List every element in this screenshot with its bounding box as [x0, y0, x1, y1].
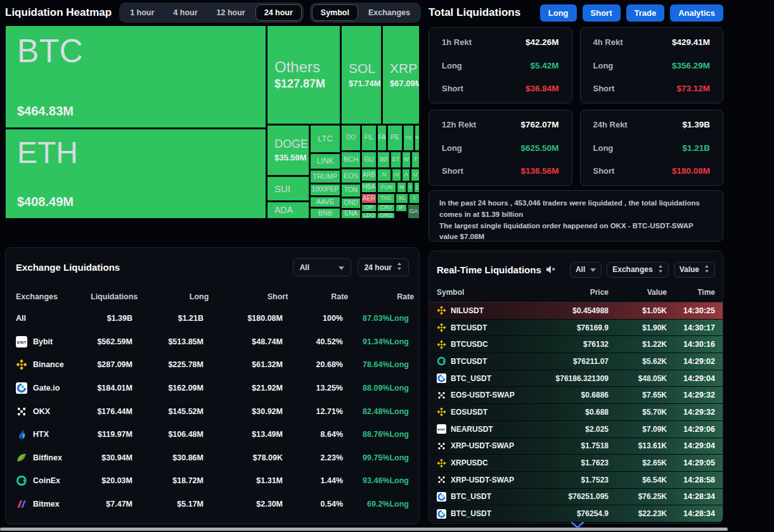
treemap-tile-1[interactable]: 1 [414, 182, 420, 193]
realtime-symbol: BTC_USDT [451, 492, 491, 501]
treemap-tile-t[interactable]: T [411, 152, 420, 168]
treemap-tile-ena[interactable]: ENA [341, 209, 361, 219]
treemap-tile-arb[interactable]: ARB [361, 169, 377, 181]
realtime-scope-value: All [576, 265, 585, 274]
treemap-tile-hba[interactable]: HBA [361, 182, 377, 193]
treemap-tile-ldo[interactable]: LDO [361, 212, 377, 219]
treemap-tile-sui[interactable]: SUI [267, 176, 309, 201]
treemap-tile-op[interactable]: OP [361, 204, 377, 212]
sort-arrows-icon [658, 265, 663, 275]
treemap-tile-1000pep[interactable]: 1000PEP [310, 184, 340, 196]
card-row-label: Long [442, 143, 462, 153]
treemap-tile-bch[interactable]: BCH [341, 152, 361, 168]
long-rate-cell: 93.46%Long [343, 476, 409, 485]
treemap-tile-n[interactable]: N [377, 169, 391, 181]
treemap-tile-link[interactable]: LINK [310, 153, 340, 169]
time-tab-1-hour[interactable]: 1 hour [121, 4, 163, 21]
exchange-period-select[interactable]: 24 hour [358, 258, 409, 276]
sound-muted-icon[interactable] [546, 265, 556, 274]
realtime-row-btc-usdt-4: BTC_USDT$76186.321309$48.05K14:29:04 [429, 370, 723, 387]
treemap-tile-fun[interactable]: FUN [377, 182, 396, 193]
treemap-tile-do[interactable]: DO [341, 125, 361, 151]
realtime-table-header: SymbolPriceValueTime [429, 283, 723, 302]
realtime-value-cell: $7.65K [609, 391, 667, 399]
treemap-tile-wi[interactable]: WI [377, 152, 390, 168]
realtime-time-cell: 14:29:32 [667, 408, 715, 417]
mode-tab-exchanges[interactable]: Exchanges [359, 4, 419, 21]
short-button[interactable]: Short [583, 4, 621, 22]
treemap-tile-aer[interactable]: AER [361, 193, 377, 204]
tile-label: 1 [415, 185, 418, 190]
treemap-tile-crv[interactable]: CRV [377, 204, 395, 212]
realtime-time-cell: 14:30:16 [667, 340, 715, 349]
exchange-col-short-3: Short [209, 292, 288, 301]
treemap-tile-ton[interactable]: TON [341, 184, 361, 197]
treemap-tile-ai[interactable]: AI [392, 169, 401, 181]
treemap-tile-xrp[interactable]: XRP$67.09M [382, 25, 420, 124]
trade-button[interactable]: Trade [626, 4, 665, 22]
treemap-tile-ltc[interactable]: LTC [310, 125, 340, 153]
treemap-tile-m[interactable]: M [397, 182, 406, 193]
mode-tab-symbol[interactable]: Symbol [312, 4, 358, 21]
heatmap-header: Liquidation Heatmap 1 hour4 hour12 hour2… [5, 3, 421, 23]
treemap-tile-eos[interactable]: EOS [341, 169, 361, 183]
treemap-tile-if[interactable]: IF [396, 204, 407, 212]
treemap-tile-ond[interactable]: OND [341, 198, 361, 209]
treemap-tile-bnb[interactable]: BNB [310, 208, 340, 219]
card-row-label: Short [442, 166, 463, 176]
horizontal-scrollbar[interactable] [0, 528, 728, 531]
tile-label: DOGE [274, 138, 309, 150]
time-tab-24-hour[interactable]: 24 hour [255, 4, 302, 21]
expand-chevron-icon[interactable] [571, 519, 584, 526]
rekt-card-1h-rekt: 1h Rekt$42.26MLong$5.42MShort$36.84M [429, 27, 572, 103]
tile-label: BCH [344, 156, 358, 164]
time-tab-12-hour[interactable]: 12 hour [208, 4, 254, 21]
treemap-tile-fil[interactable]: FIL [361, 125, 377, 151]
realtime-time-cell: 14:28:34 [667, 509, 715, 518]
long-cell: $18.72M [132, 476, 203, 485]
treemap-tile-trump[interactable]: TRUMP [310, 170, 340, 183]
long-button[interactable]: Long [540, 4, 577, 22]
treemap-tile-i[interactable]: I [409, 193, 420, 204]
tile-label: OND [344, 200, 358, 207]
treemap-tile-gu[interactable]: GU [361, 152, 377, 168]
treemap-tile-et[interactable]: ET [390, 152, 401, 168]
treemap-tile-av[interactable]: AV [415, 125, 420, 151]
treemap-tile-btc[interactable]: BTC$464.83M [5, 25, 266, 128]
realtime-row-xrp-usdt-swap-8: XRP-USDT-SWAP$1.7518$13.61K14:29:04 [429, 438, 723, 455]
treemap-tile-fa[interactable]: FA [377, 125, 387, 151]
exchange-row-bitfinex: Bitfinex$30.94M$30.86M$78.09K2.23%99.75%… [16, 446, 409, 470]
treemap-tile-i[interactable]: I [407, 182, 413, 193]
realtime-price-cell: $0.688 [515, 408, 609, 417]
exchange-col-liquidations-1: Liquidations [91, 292, 138, 301]
tile-label: Others [274, 59, 340, 75]
realtime-scope-select[interactable]: All [570, 262, 602, 278]
treemap-tile-w[interactable]: W [402, 152, 411, 168]
treemap-tile-sol[interactable]: SOL$71.74M [341, 25, 382, 124]
liquidations-cell: $119.97M [91, 430, 132, 439]
treemap-tile-xl[interactable]: XL [396, 193, 408, 204]
treemap-tile-pe[interactable]: PE [387, 125, 403, 151]
treemap-tile-doge[interactable]: DOGE$35.59M [267, 125, 309, 176]
treemap-tile-u[interactable]: U [411, 169, 420, 181]
realtime-time-cell: 14:29:05 [667, 458, 715, 467]
treemap-tile-a[interactable]: A [402, 169, 410, 181]
realtime-time-cell: 14:29:04 [667, 441, 715, 450]
liquidation-action-buttons: LongShortTradeAnalytics [540, 4, 723, 22]
time-tab-4-hour[interactable]: 4 hour [164, 4, 206, 21]
treemap-tile-ada[interactable]: ADA [267, 202, 309, 219]
treemap-tile-tac[interactable]: TAC [377, 193, 395, 204]
exchange-row-coinex: CoinEx$20.03M$18.72M$1.31M1.44%93.46%Lon… [16, 469, 409, 493]
treemap-tile-hi[interactable]: HI [403, 125, 414, 151]
exchange-scope-select[interactable]: All [293, 258, 351, 276]
treemap-tile-ga[interactable]: GA [408, 204, 420, 219]
realtime-col-time: Time [667, 288, 715, 297]
treemap-tile-ord[interactable]: ORD [377, 212, 395, 219]
treemap-tile-eth[interactable]: ETH$408.49M [5, 129, 266, 219]
treemap-tile-aave[interactable]: AAVE [310, 197, 340, 207]
card-row-label: Short [593, 84, 615, 93]
realtime-value-select[interactable]: Value [674, 262, 715, 278]
treemap-tile-others[interactable]: Others$127.87M [267, 25, 340, 124]
realtime-exchange-select[interactable]: Exchanges [607, 262, 668, 278]
analytics-button[interactable]: Analytics [670, 4, 723, 22]
